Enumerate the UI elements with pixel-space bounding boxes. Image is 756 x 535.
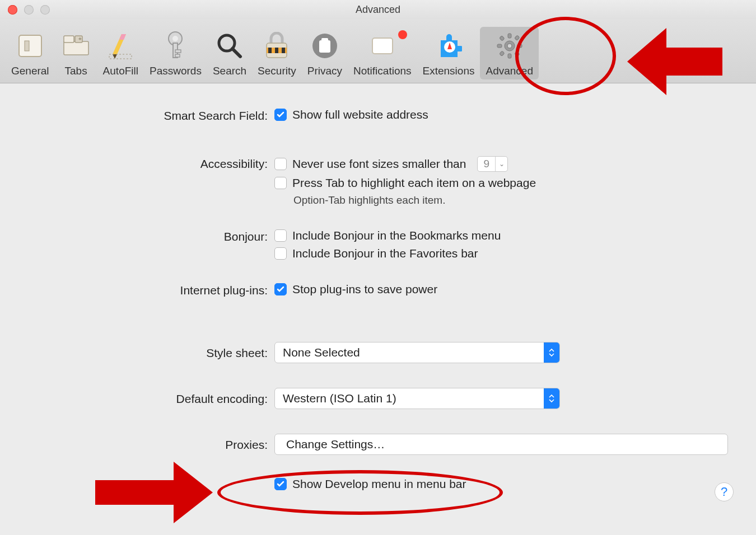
change-settings-label: Change Settings… <box>286 438 385 451</box>
window-title: Advanced <box>0 4 756 16</box>
svg-marker-8 <box>113 54 117 59</box>
svg-rect-19 <box>268 48 272 53</box>
show-full-address-label: Show full website address <box>292 108 428 121</box>
svg-rect-30 <box>508 54 511 58</box>
svg-rect-29 <box>508 34 511 38</box>
toolbar-security[interactable]: Security <box>252 27 302 79</box>
help-button[interactable]: ? <box>715 482 734 501</box>
min-font-value: 9 <box>478 158 495 170</box>
stop-plugins-label: Stop plug-ins to save power <box>292 283 437 296</box>
general-icon <box>15 30 46 62</box>
toolbar-search[interactable]: Search <box>207 27 252 79</box>
encoding-label: Default encoding: <box>28 388 274 406</box>
min-font-checkbox[interactable] <box>274 158 287 170</box>
press-tab-checkbox[interactable] <box>274 177 287 189</box>
svg-rect-33 <box>499 36 504 41</box>
bonjour-favorites-checkbox[interactable] <box>274 247 287 260</box>
svg-rect-23 <box>319 40 330 53</box>
plugins-label: Internet plug-ins: <box>28 283 274 297</box>
show-develop-menu-checkbox[interactable] <box>274 478 287 490</box>
bonjour-bookmarks-checkbox[interactable] <box>274 229 287 242</box>
accessibility-label: Accessibility: <box>28 156 274 171</box>
svg-rect-3 <box>64 36 74 43</box>
svg-rect-1 <box>25 41 29 51</box>
svg-rect-13 <box>175 50 181 53</box>
svg-rect-31 <box>497 44 502 48</box>
svg-rect-2 <box>64 41 88 55</box>
toolbar-passwords-label: Passwords <box>150 65 202 77</box>
svg-point-11 <box>172 36 178 41</box>
option-tab-hint: Option-Tab highlights each item. <box>274 194 728 207</box>
autofill-icon <box>105 30 136 62</box>
min-font-stepper[interactable]: 9 ⌄ <box>477 156 508 172</box>
svg-line-16 <box>232 49 240 57</box>
svg-text:+: + <box>78 36 82 42</box>
svg-rect-34 <box>514 35 519 40</box>
toolbar-general-label: General <box>11 65 49 77</box>
svg-rect-36 <box>514 51 519 57</box>
bonjour-favorites-label: Include Bonjour in the Favorites bar <box>292 247 478 260</box>
svg-rect-32 <box>517 44 522 48</box>
style-sheet-popup[interactable]: None Selected <box>274 342 560 363</box>
security-icon <box>261 30 292 62</box>
search-icon <box>214 30 245 62</box>
svg-rect-9 <box>109 54 132 59</box>
press-tab-label: Press Tab to highlight each item on a we… <box>292 176 536 190</box>
updown-arrows-icon <box>544 342 559 363</box>
toolbar-privacy[interactable]: Privacy <box>302 27 348 79</box>
help-icon: ? <box>721 485 727 499</box>
notification-badge <box>398 30 407 39</box>
toolbar-advanced[interactable]: Advanced <box>480 27 539 79</box>
encoding-value: Western (ISO Latin 1) <box>275 392 544 405</box>
style-sheet-value: None Selected <box>275 346 544 359</box>
proxies-label: Proxies: <box>28 434 274 452</box>
toolbar-autofill-label: AutoFill <box>103 65 138 77</box>
style-sheet-label: Style sheet: <box>28 342 274 360</box>
bonjour-label: Bonjour: <box>28 229 274 243</box>
advanced-icon <box>494 30 525 62</box>
show-develop-menu-label: Show Develop menu in menu bar <box>292 477 466 491</box>
titlebar: Advanced <box>0 0 756 19</box>
toolbar-extensions-label: Extensions <box>423 65 475 77</box>
updown-arrows-icon <box>544 388 559 409</box>
svg-point-37 <box>507 44 512 48</box>
toolbar-search-label: Search <box>213 65 246 77</box>
advanced-pane: Smart Search Field: Show full website ad… <box>0 83 756 517</box>
toolbar-tabs[interactable]: + Tabs <box>55 27 97 79</box>
svg-rect-0 <box>19 35 41 57</box>
extensions-icon <box>433 30 464 62</box>
notifications-icon <box>367 30 398 62</box>
svg-rect-35 <box>499 51 504 56</box>
svg-rect-25 <box>372 38 393 54</box>
toolbar-privacy-label: Privacy <box>307 65 342 77</box>
toolbar-tabs-label: Tabs <box>65 65 87 77</box>
svg-rect-20 <box>275 48 278 53</box>
preferences-toolbar: General + Tabs AutoFill <box>0 19 756 83</box>
passwords-icon <box>160 30 191 62</box>
toolbar-security-label: Security <box>258 65 296 77</box>
min-font-label: Never use font sizes smaller than <box>292 157 466 171</box>
smart-search-label: Smart Search Field: <box>28 108 274 123</box>
toolbar-notifications-label: Notifications <box>353 65 412 77</box>
stop-plugins-checkbox[interactable] <box>274 283 287 295</box>
tabs-icon: + <box>60 30 92 62</box>
svg-rect-24 <box>321 38 328 41</box>
toolbar-general[interactable]: General <box>6 27 55 79</box>
show-full-address-checkbox[interactable] <box>274 109 287 121</box>
toolbar-passwords[interactable]: Passwords <box>144 27 207 79</box>
svg-rect-21 <box>282 48 285 53</box>
encoding-popup[interactable]: Western (ISO Latin 1) <box>274 388 560 409</box>
privacy-icon <box>309 30 340 62</box>
toolbar-extensions[interactable]: Extensions <box>417 27 480 79</box>
toolbar-notifications[interactable]: Notifications <box>348 27 417 79</box>
toolbar-autofill[interactable]: AutoFill <box>97 27 144 79</box>
chevron-down-icon: ⌄ <box>495 157 507 171</box>
bonjour-bookmarks-label: Include Bonjour in the Bookmarks menu <box>292 229 501 242</box>
svg-rect-14 <box>175 54 180 57</box>
change-settings-button[interactable]: Change Settings… <box>274 434 728 455</box>
toolbar-advanced-label: Advanced <box>486 65 533 77</box>
